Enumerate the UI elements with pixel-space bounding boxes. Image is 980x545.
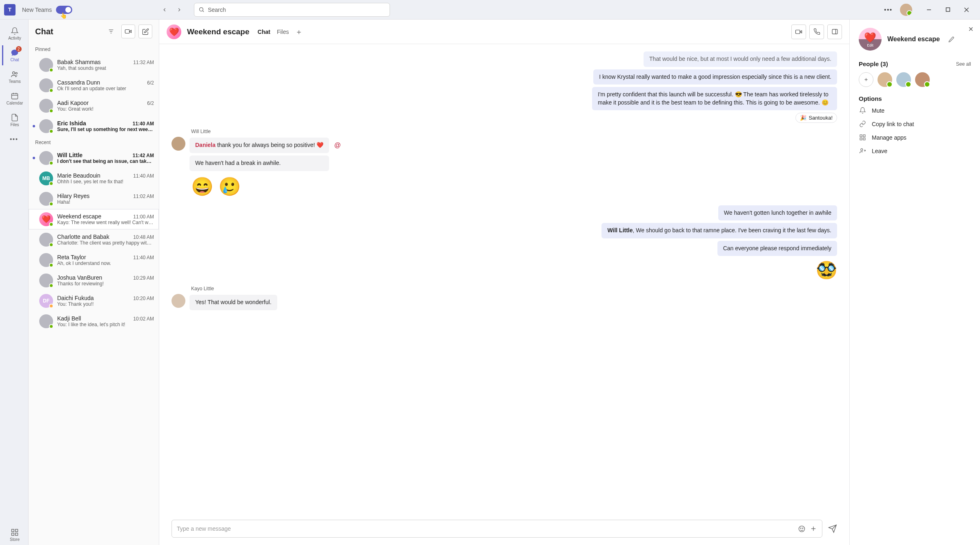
chat-list-item[interactable]: Hilary Reyes11:02 AMHaha! bbox=[29, 189, 159, 209]
svg-rect-12 bbox=[12, 529, 14, 532]
conv-call-button[interactable] bbox=[809, 24, 824, 39]
emoji-message[interactable]: 😄🥲 bbox=[189, 174, 329, 200]
chat-list-item[interactable]: Joshua VanBuren10:29 AMThanks for review… bbox=[29, 270, 159, 291]
chat-item-avatar bbox=[39, 58, 53, 72]
chat-item-time: 11:32 AM bbox=[133, 60, 154, 65]
chat-list-item[interactable]: Cassandra Dunn6/2Ok I'll send an update … bbox=[29, 75, 159, 96]
chat-item-name: Weekend escape bbox=[57, 213, 101, 220]
tab-chat[interactable]: Chat bbox=[258, 27, 270, 37]
window-close-button[interactable] bbox=[957, 3, 976, 16]
chat-list-item[interactable]: Eric Ishida11:40 AMSure, I'll set up som… bbox=[29, 116, 159, 136]
edit-overlay-label: Edit bbox=[867, 43, 873, 47]
see-all-people-button[interactable]: See all bbox=[956, 61, 971, 67]
tab-files[interactable]: Files bbox=[277, 27, 289, 37]
bell-icon bbox=[11, 27, 19, 35]
message-bubble[interactable]: Daniela thank you for always being so po… bbox=[189, 138, 329, 153]
message-reaction[interactable]: 🎉 Santouka! bbox=[795, 113, 837, 123]
new-chat-button[interactable] bbox=[138, 24, 152, 38]
chat-list-item[interactable]: Reta Taylor11:40 AMAh, ok I understand n… bbox=[29, 250, 159, 270]
message-bubble[interactable]: That would be nice, but at most I would … bbox=[644, 51, 837, 67]
app-rail: Activity Chat 2 Teams Calendar Files bbox=[0, 20, 29, 545]
rail-more-button[interactable]: ••• bbox=[10, 136, 18, 142]
compose-input[interactable] bbox=[177, 525, 794, 532]
mention[interactable]: Daniela bbox=[195, 142, 216, 148]
close-details-button[interactable]: ✕ bbox=[968, 25, 973, 33]
rail-teams[interactable]: Teams bbox=[2, 67, 27, 87]
people-section-title: People (3) bbox=[859, 60, 888, 67]
video-call-button[interactable] bbox=[121, 24, 135, 38]
file-icon bbox=[11, 113, 19, 122]
message-bubble[interactable]: Yes! That would be wonderful. bbox=[189, 295, 277, 310]
conv-panel-toggle-button[interactable] bbox=[827, 24, 842, 39]
search-input[interactable]: Search bbox=[194, 3, 390, 17]
details-avatar[interactable]: ❤️ Edit bbox=[859, 28, 882, 51]
chat-list-item[interactable]: Babak Shammas11:32 AMYah, that sounds gr… bbox=[29, 55, 159, 75]
person-avatar[interactable] bbox=[915, 72, 930, 87]
sender-name: Will Little bbox=[189, 129, 329, 134]
nav-back-button[interactable] bbox=[158, 3, 171, 16]
new-teams-toggle[interactable] bbox=[56, 6, 72, 14]
chat-item-time: 11:00 AM bbox=[133, 214, 154, 220]
message-bubble[interactable]: We haven't had a break in awhile. bbox=[189, 156, 329, 171]
message-bubble[interactable]: Will Little, We should go back to that r… bbox=[601, 223, 837, 238]
option-mute[interactable]: Mute bbox=[859, 107, 971, 114]
chat-item-time: 10:29 AM bbox=[133, 275, 154, 281]
conv-video-button[interactable] bbox=[791, 24, 806, 39]
window-minimize-button[interactable] bbox=[920, 3, 938, 16]
sender-avatar[interactable] bbox=[172, 294, 185, 308]
filter-button[interactable] bbox=[104, 24, 118, 38]
window-maximize-button[interactable] bbox=[938, 3, 957, 16]
message-bubble[interactable]: We haven't gotten lunch together in awhi… bbox=[718, 205, 837, 221]
chat-list-item[interactable]: MBMarie Beaudouin11:40 AMOhhh I see, yes… bbox=[29, 168, 159, 189]
option-copy-link[interactable]: Copy link to chat bbox=[859, 120, 971, 127]
person-avatar[interactable] bbox=[878, 72, 892, 87]
pinned-section-label: Pinned bbox=[29, 43, 159, 55]
svg-rect-15 bbox=[16, 533, 18, 536]
rail-chat[interactable]: Chat 2 bbox=[2, 45, 27, 65]
chat-item-time: 11:40 AM bbox=[133, 173, 154, 179]
chat-item-avatar bbox=[39, 192, 53, 206]
send-button[interactable] bbox=[828, 524, 837, 533]
chat-list-item[interactable]: DFDaichi Fukuda10:20 AMYou: Thank you!! bbox=[29, 291, 159, 311]
mention-indicator-icon: @ bbox=[334, 141, 341, 150]
nav-forward-button[interactable] bbox=[173, 3, 186, 16]
svg-point-0 bbox=[199, 8, 203, 11]
chat-item-time: 10:48 AM bbox=[133, 234, 154, 240]
rail-files[interactable]: Files bbox=[2, 110, 27, 130]
chat-list-item[interactable]: Kadji Bell10:02 AMYou: I like the idea, … bbox=[29, 311, 159, 331]
chat-item-time: 11:42 AM bbox=[133, 153, 154, 158]
add-person-button[interactable]: ＋ bbox=[859, 72, 873, 87]
option-manage-apps[interactable]: Manage apps bbox=[859, 134, 971, 141]
message-bubble[interactable]: I know Krystal really wanted to make a g… bbox=[593, 69, 837, 85]
compose-more-button[interactable] bbox=[810, 525, 817, 532]
emoji-picker-button[interactable] bbox=[798, 525, 806, 533]
person-avatar[interactable] bbox=[896, 72, 911, 87]
chat-item-name: Babak Shammas bbox=[57, 59, 101, 65]
chat-item-preview: Haha! bbox=[57, 199, 154, 205]
rail-activity[interactable]: Activity bbox=[2, 24, 27, 44]
chat-list-item[interactable]: Will Little11:42 AMI don't see that bein… bbox=[29, 148, 159, 168]
chat-item-avatar bbox=[39, 119, 53, 133]
svg-rect-19 bbox=[125, 30, 130, 33]
conversation-header: ❤️ Weekend escape Chat Files ＋ bbox=[159, 20, 849, 44]
rail-store[interactable]: Store bbox=[2, 525, 27, 545]
titlebar: T New Teams 👆 Search ••• bbox=[0, 0, 980, 20]
option-leave[interactable]: Leave bbox=[859, 147, 971, 154]
search-placeholder: Search bbox=[208, 7, 226, 13]
edit-name-button[interactable] bbox=[948, 36, 954, 42]
sender-avatar[interactable] bbox=[172, 137, 185, 151]
add-tab-button[interactable]: ＋ bbox=[295, 27, 303, 37]
emoji-message[interactable]: 🥸 bbox=[816, 260, 837, 280]
chat-list-item[interactable]: ❤️Weekend escape11:00 AMKayo: The review… bbox=[29, 209, 159, 229]
message-bubble[interactable]: I'm pretty confident that this launch wi… bbox=[592, 87, 837, 110]
more-actions-button[interactable]: ••• bbox=[884, 7, 893, 13]
current-user-avatar[interactable] bbox=[900, 4, 912, 16]
chat-item-name: Kadji Bell bbox=[57, 315, 81, 322]
chat-list-item[interactable]: Charlotte and Babak10:48 AMCharlotte: Th… bbox=[29, 229, 159, 250]
message-bubble[interactable]: Can everyone please respond immediately bbox=[717, 241, 837, 256]
chat-item-preview: I don't see that being an issue, can tak… bbox=[57, 158, 154, 164]
rail-calendar[interactable]: Calendar bbox=[2, 89, 27, 109]
svg-point-6 bbox=[13, 72, 15, 74]
chat-list-item[interactable]: Aadi Kapoor6/2You: Great work! bbox=[29, 96, 159, 116]
sender-name: Kayo Little bbox=[189, 286, 277, 291]
